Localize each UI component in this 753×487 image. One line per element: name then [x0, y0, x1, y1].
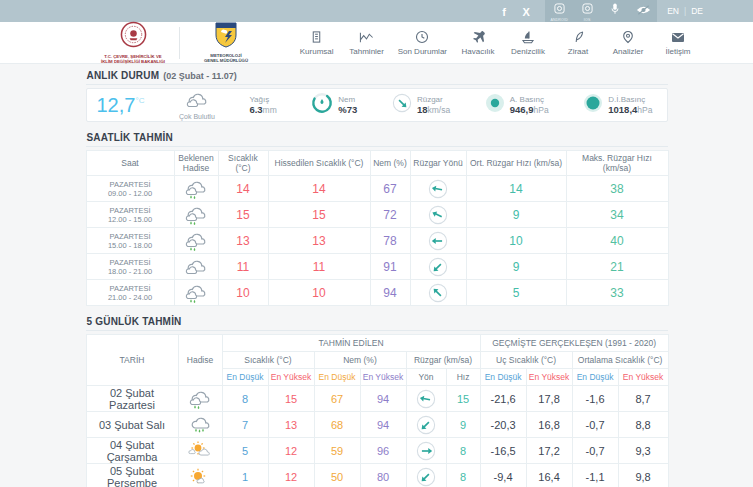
humidity-gauge-icon: [311, 92, 333, 118]
chart-icon: [359, 30, 374, 45]
hourly-row: PAZARTESİ18.00 - 21.00 1111 91 921: [86, 254, 668, 280]
hourly-row: PAZARTESİ21.00 - 24.00 1010 94 533: [86, 280, 668, 306]
topbar-tools: ANDROID IOS: [545, 0, 657, 22]
current-temperature: 12,7 °C: [97, 94, 145, 116]
nav-kurumsal[interactable]: Kurumsal: [294, 28, 340, 58]
hourly-row: PAZARTESİ09.00 - 12.00 1414 67 1438: [86, 176, 668, 202]
clock-icon: [415, 30, 429, 45]
weather-icon: [175, 205, 218, 225]
wheat-icon: [572, 30, 585, 45]
mgm-logo[interactable]: METEOROLOJİ GENEL MÜDÜRLÜĞÜ: [189, 22, 263, 64]
nav-tahminler[interactable]: Tahminler: [344, 28, 390, 58]
wind-metric: Rüzgar 18km/sa: [392, 93, 450, 117]
language-switcher: EN | DE: [667, 6, 703, 16]
pressure-dot-icon: [485, 93, 505, 117]
nav-iletisim[interactable]: İletişim: [655, 28, 701, 58]
accessibility-eye-icon[interactable]: [629, 0, 657, 22]
wind-direction-icon: [411, 231, 466, 251]
weather-icon: [175, 231, 218, 251]
nav-son-durumlar[interactable]: Son Durumlar: [394, 28, 451, 58]
nav-analizler[interactable]: Analizler: [605, 28, 651, 58]
ios-app-label: IOS: [584, 18, 591, 22]
hourly-section-title: SAATLİK TAHMİN: [86, 128, 668, 147]
sea-pressure-metric: D.İ.Basınç 1018,4hPa: [583, 93, 652, 117]
pressure-metric: A. Basınç 946,9hPa: [485, 93, 549, 117]
hourly-row: PAZARTESİ12.00 - 15.00 1515 72 934: [86, 202, 668, 228]
wind-direction-icon: [407, 441, 446, 461]
current-conditions-card: 12,7 °C Çok Bulutlu Yağış 6.3mm Nem %73 …: [86, 88, 668, 122]
wind-direction-icon: [411, 205, 466, 225]
wind-direction-icon: [407, 389, 446, 409]
daily-row: 02 Şubat Pazartesi 815 6794 15 -21,617,8…: [86, 386, 668, 412]
mail-icon: [671, 30, 685, 45]
precip-metric: Yağış 6.3mm: [249, 95, 276, 115]
daily-forecast-table: TARİH Hadise TAHMİN EDİLEN GEÇMİŞTE GERÇ…: [86, 334, 669, 487]
ios-app-icon[interactable]: IOS: [573, 0, 601, 22]
site-header: T.C. ÇEVRE, ŞEHİRCİLİK VE İKLİM DEĞİŞİKL…: [0, 22, 753, 64]
android-app-label: ANDROID: [550, 18, 568, 22]
facebook-icon[interactable]: f: [493, 0, 515, 22]
weather-icon: [179, 389, 222, 409]
mgm-logo-caption: METEOROLOJİ GENEL MÜDÜRLÜĞÜ: [204, 53, 248, 63]
lang-en[interactable]: EN: [667, 6, 679, 16]
main-nav: Kurumsal Tahminler Son Durumlar Havacılı…: [294, 28, 701, 58]
building-icon: [310, 30, 323, 45]
hourly-row: PAZARTESİ15.00 - 18.00 1313 78 1040: [86, 228, 668, 254]
daily-header-groups: TARİH Hadise TAHMİN EDİLEN GEÇMİŞTE GERÇ…: [86, 335, 668, 352]
wind-direction-icon: [411, 257, 466, 277]
daily-section-title: 5 GÜNLÜK TAHMİN: [86, 312, 668, 331]
daily-row: 03 Şubat Salı 713 6894 9 -20,316,8 -0,78…: [86, 412, 668, 438]
weather-icon: [175, 179, 218, 199]
daily-row: 05 Şubat Perşembe 112 5080 8 -9,416,4 -1…: [86, 464, 668, 487]
nav-denizcilik[interactable]: Denizcilik: [505, 28, 551, 58]
wind-direction-icon: [411, 179, 466, 199]
weather-icon: [179, 467, 222, 487]
nav-havacilik[interactable]: Havacılık: [455, 28, 501, 58]
cloudy-icon: [185, 91, 209, 113]
hourly-header-row: SaatBeklenen HadiseSıcaklık (°C)Hissedil…: [86, 151, 668, 176]
weather-icon: [175, 258, 218, 276]
android-app-icon[interactable]: ANDROID: [545, 0, 573, 22]
weather-icon: [175, 283, 218, 303]
current-section-title: ANLIK DURUM (02 Şubat - 11.07): [86, 66, 668, 85]
wind-direction-icon: [411, 283, 466, 303]
wind-direction-icon: [407, 415, 446, 435]
top-bar: f X ANDROID IOS EN | DE: [0, 0, 753, 22]
plane-icon: [471, 30, 486, 45]
logo-divider: [179, 27, 180, 59]
weather-icon: [179, 441, 222, 461]
humidity-metric: Nem %73: [311, 92, 357, 118]
logo-group: T.C. ÇEVRE, ŞEHİRCİLİK VE İKLİM DEĞİŞİKL…: [96, 21, 263, 64]
current-condition: Çok Bulutlu: [179, 91, 215, 120]
weather-icon: [179, 415, 222, 435]
ministry-logo[interactable]: T.C. ÇEVRE, ŞEHİRCİLİK VE İKLİM DEĞİŞİKL…: [96, 21, 170, 64]
hourly-forecast-table: SaatBeklenen HadiseSıcaklık (°C)Hissedil…: [86, 150, 669, 306]
daily-row: 04 Şubat Çarşamba 512 5996 8 -16,517,2 -…: [86, 438, 668, 464]
ministry-logo-caption: T.C. ÇEVRE, ŞEHİRCİLİK VE İKLİM DEĞİŞİKL…: [101, 54, 165, 64]
wind-direction-icon: [392, 93, 412, 117]
sea-pressure-dot-icon: [583, 93, 603, 117]
x-twitter-icon[interactable]: X: [515, 0, 537, 22]
ship-icon: [521, 30, 535, 45]
lang-separator: |: [684, 6, 686, 16]
lang-de[interactable]: DE: [691, 6, 703, 16]
wind-direction-icon: [407, 467, 446, 487]
nav-ziraat[interactable]: Ziraat: [555, 28, 601, 58]
compass-icon: [621, 30, 635, 45]
voice-mic-icon[interactable]: [601, 0, 629, 22]
